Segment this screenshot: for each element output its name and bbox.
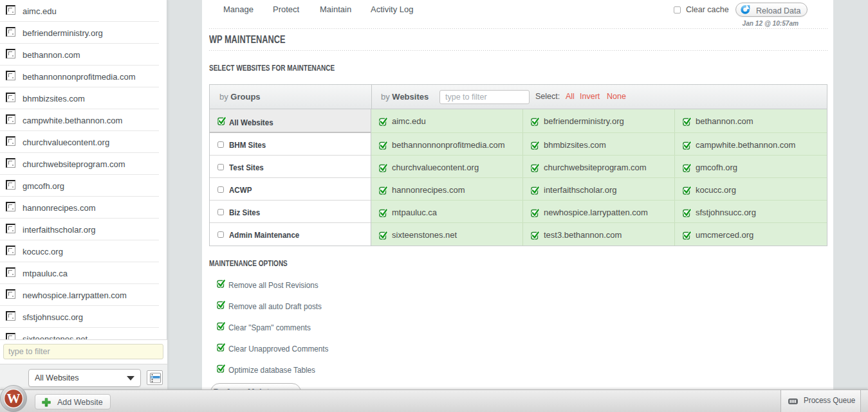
svg-text:W: W xyxy=(7,391,21,406)
